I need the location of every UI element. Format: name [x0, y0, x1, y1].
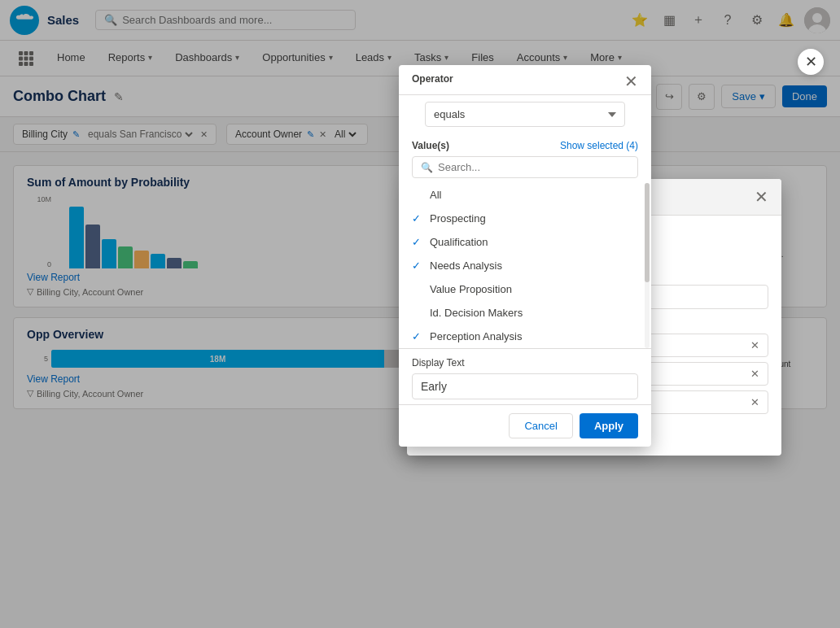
values-list: All ✓ Prospecting ✓ Qualification ✓ Need… [399, 183, 651, 348]
value-label-qualification: Qualification [430, 236, 488, 248]
values-search-icon: 🔍 [421, 162, 433, 173]
values-search-input[interactable] [438, 161, 629, 173]
apply-button[interactable]: Apply [580, 413, 638, 438]
check-qualification: ✓ [412, 236, 423, 248]
overlay: ✕ Ac ✕ * Field Stage ✕ Display Name Filt… [0, 0, 840, 628]
scrollbar-track[interactable] [645, 183, 650, 348]
value-prospecting[interactable]: ✓ Prospecting [399, 207, 651, 230]
value-id-decision[interactable]: Id. Decision Makers [399, 301, 651, 325]
overlay-close-button[interactable]: ✕ [798, 49, 824, 75]
value-needs-analysis[interactable]: ✓ Needs Analysis [399, 254, 651, 277]
display-text-input[interactable] [412, 373, 638, 399]
dropdown-dialog-close[interactable]: ✕ [624, 73, 638, 89]
dropdown-footer: Cancel Apply [399, 404, 651, 447]
value-value-proposition[interactable]: Value Proposition [399, 277, 651, 301]
cancel-button[interactable]: Cancel [509, 413, 572, 438]
value-all[interactable]: All [399, 183, 651, 207]
operator-section-label: Operator [412, 73, 453, 85]
scrollbar-thumb[interactable] [645, 183, 650, 282]
values-search-bar[interactable]: 🔍 [412, 156, 638, 178]
check-prospecting: ✓ [412, 212, 423, 225]
dropdown-dialog: Operator ✕ equals not equal to less than… [399, 65, 651, 447]
filter-value-close-3[interactable]: ✕ [750, 396, 759, 408]
show-selected-link[interactable]: Show selected (4) [560, 140, 638, 151]
dropdown-dialog-header: Operator ✕ [399, 65, 651, 95]
values-header: Value(s) Show selected (4) [399, 135, 651, 156]
value-perception[interactable]: ✓ Perception Analysis [399, 325, 651, 348]
filter-value-close-2[interactable]: ✕ [750, 368, 759, 380]
filter-value-close-1[interactable]: ✕ [750, 339, 759, 351]
filter-dialog-close[interactable]: ✕ [755, 189, 768, 205]
value-label-value-proposition: Value Proposition [430, 283, 512, 295]
value-label-id-decision: Id. Decision Makers [430, 307, 523, 319]
check-needs-analysis: ✓ [412, 259, 423, 272]
value-label-perception: Perception Analysis [430, 330, 522, 342]
operator-select[interactable]: equals not equal to less than greater th… [425, 102, 625, 127]
value-label-prospecting: Prospecting [430, 212, 486, 225]
values-list-container: All ✓ Prospecting ✓ Qualification ✓ Need… [399, 183, 651, 348]
value-label-all: All [430, 189, 441, 201]
check-perception: ✓ [412, 330, 423, 342]
operator-section: equals not equal to less than greater th… [399, 95, 651, 135]
display-text-section: Display Text [399, 348, 651, 404]
values-label: Value(s) [412, 140, 449, 151]
value-label-needs-analysis: Needs Analysis [430, 259, 502, 272]
value-qualification[interactable]: ✓ Qualification [399, 230, 651, 254]
display-text-label: Display Text [412, 357, 638, 369]
values-section: Value(s) Show selected (4) 🔍 All ✓ Prosp… [399, 135, 651, 348]
